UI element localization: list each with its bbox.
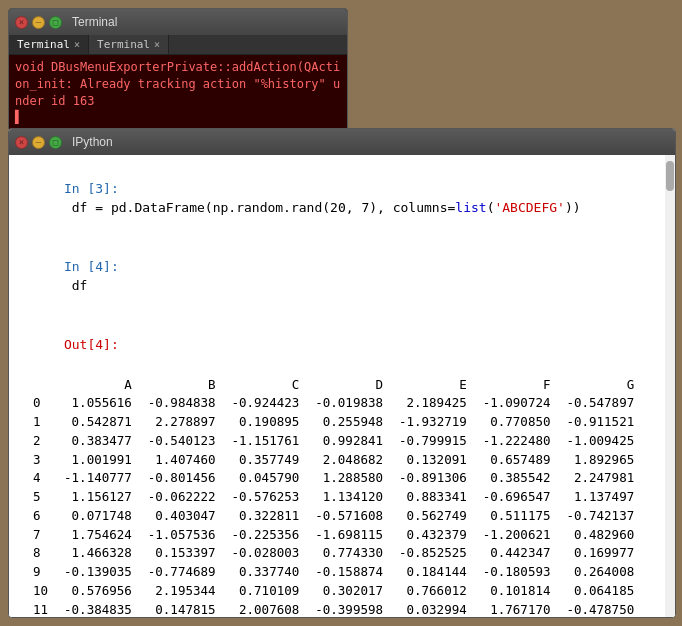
row-cell: 0.766012 xyxy=(391,582,475,601)
row-cell: -0.225356 xyxy=(224,526,308,545)
col-header-B: B xyxy=(140,376,224,395)
table-row: 81.4663280.153397-0.0280030.774330-0.852… xyxy=(25,544,642,563)
row-cell: -0.742137 xyxy=(558,507,642,526)
row-cell: 1.767170 xyxy=(475,601,559,618)
table-header-row: A B C D E F G xyxy=(25,376,642,395)
table-row: 31.0019911.4074600.3577492.0486820.13209… xyxy=(25,451,642,470)
ipython-content[interactable]: In [3]: df = pd.DataFrame(np.random.rand… xyxy=(9,155,675,617)
row-cell: 0.383477 xyxy=(56,432,140,451)
row-cell: 0.883341 xyxy=(391,488,475,507)
terminal-bg-window: × – □ Terminal Terminal × Terminal × voi… xyxy=(8,8,348,131)
table-row: 51.156127-0.062222-0.5762531.1341200.883… xyxy=(25,488,642,507)
terminal-tab-2[interactable]: Terminal × xyxy=(89,35,169,54)
cell-3-code: df = pd.DataFrame(np.random.rand(20, 7),… xyxy=(64,200,581,215)
row-cell: -0.062222 xyxy=(140,488,224,507)
row-cell: 0.169977 xyxy=(558,544,642,563)
terminal-line-1: void DBusMenuExporterPrivate::addAction(… xyxy=(15,59,341,76)
row-cell: -0.774689 xyxy=(140,563,224,582)
row-cell: -0.540123 xyxy=(140,432,224,451)
col-header-A: A xyxy=(56,376,140,395)
row-index: 3 xyxy=(25,451,56,470)
terminal-bg-max-btn[interactable]: □ xyxy=(49,16,62,29)
row-cell: 0.264008 xyxy=(558,563,642,582)
row-cell: 1.754624 xyxy=(56,526,140,545)
row-cell: 1.137497 xyxy=(558,488,642,507)
col-header-C: C xyxy=(224,376,308,395)
col-header-D: D xyxy=(307,376,391,395)
row-index: 6 xyxy=(25,507,56,526)
terminal-tab-1-label: Terminal xyxy=(17,38,70,51)
out-4-prompt: Out[4]: xyxy=(64,337,119,352)
row-index: 0 xyxy=(25,394,56,413)
ipython-min-btn[interactable]: – xyxy=(32,136,45,149)
col-header-E: E xyxy=(391,376,475,395)
row-cell: 2.007608 xyxy=(224,601,308,618)
row-cell: -1.009425 xyxy=(558,432,642,451)
terminal-bg-tab-bar: Terminal × Terminal × xyxy=(9,35,347,55)
row-cell: 0.302017 xyxy=(307,582,391,601)
table-row: 11-0.3848350.1478152.007608-0.3995980.03… xyxy=(25,601,642,618)
terminal-tab-1-close[interactable]: × xyxy=(74,39,80,50)
row-cell: 0.403047 xyxy=(140,507,224,526)
col-header-idx xyxy=(25,376,56,395)
row-cell: -0.924423 xyxy=(224,394,308,413)
row-cell: -0.571608 xyxy=(307,507,391,526)
row-cell: 0.032994 xyxy=(391,601,475,618)
ipython-close-btn[interactable]: × xyxy=(15,136,28,149)
row-cell: -0.984838 xyxy=(140,394,224,413)
row-cell: 0.562749 xyxy=(391,507,475,526)
row-cell: -0.158874 xyxy=(307,563,391,582)
row-cell: 0.770850 xyxy=(475,413,559,432)
row-cell: 0.147815 xyxy=(140,601,224,618)
row-index: 5 xyxy=(25,488,56,507)
terminal-tab-1[interactable]: Terminal × xyxy=(9,35,89,54)
row-cell: -0.891306 xyxy=(391,469,475,488)
row-cell: 1.892965 xyxy=(558,451,642,470)
terminal-tab-2-close[interactable]: × xyxy=(154,39,160,50)
row-cell: 0.657489 xyxy=(475,451,559,470)
terminal-bg-content: void DBusMenuExporterPrivate::addAction(… xyxy=(9,55,347,130)
row-cell: 0.992841 xyxy=(307,432,391,451)
table-row: 10.5428712.2788970.1908950.255948-1.9327… xyxy=(25,413,642,432)
terminal-bg-titlebar: × – □ Terminal xyxy=(9,9,347,35)
row-cell: 0.442347 xyxy=(475,544,559,563)
row-cell: -0.799915 xyxy=(391,432,475,451)
table-row: 20.383477-0.540123-1.1517610.992841-0.79… xyxy=(25,432,642,451)
terminal-tab-2-label: Terminal xyxy=(97,38,150,51)
terminal-line-2: on_init: Already tracking action "%histo… xyxy=(15,76,341,93)
terminal-bg-close-btn[interactable]: × xyxy=(15,16,28,29)
row-index: 4 xyxy=(25,469,56,488)
row-cell: -0.576253 xyxy=(224,488,308,507)
scrollbar-thumb[interactable] xyxy=(666,161,674,191)
cell-4-input: In [4]: df xyxy=(17,237,667,315)
terminal-bg-min-btn[interactable]: – xyxy=(32,16,45,29)
row-cell: 0.511175 xyxy=(475,507,559,526)
dataframe-table: A B C D E F G 01.055616-0.984838-0.92442… xyxy=(25,376,642,618)
scrollbar-track[interactable] xyxy=(665,155,675,617)
row-cell: -1.140777 xyxy=(56,469,140,488)
cell-4-code: df xyxy=(64,278,87,293)
row-cell: 1.156127 xyxy=(56,488,140,507)
out-4-label: Out[4]: xyxy=(17,315,667,374)
ipython-titlebar: × – □ IPython xyxy=(9,129,675,155)
row-index: 9 xyxy=(25,563,56,582)
cell-3-prompt: In [3]: xyxy=(64,181,119,196)
row-cell: -1.057536 xyxy=(140,526,224,545)
terminal-line-3: nder id 163 xyxy=(15,93,341,110)
row-cell: -0.399598 xyxy=(307,601,391,618)
row-cell: -0.139035 xyxy=(56,563,140,582)
row-cell: 0.774330 xyxy=(307,544,391,563)
ipython-max-btn[interactable]: □ xyxy=(49,136,62,149)
row-cell: 0.337740 xyxy=(224,563,308,582)
table-row: 9-0.139035-0.7746890.337740-0.1588740.18… xyxy=(25,563,642,582)
row-cell: 0.576956 xyxy=(56,582,140,601)
row-index: 1 xyxy=(25,413,56,432)
table-row: 60.0717480.4030470.322811-0.5716080.5627… xyxy=(25,507,642,526)
row-cell: 0.710109 xyxy=(224,582,308,601)
row-cell: -0.384835 xyxy=(56,601,140,618)
col-header-F: F xyxy=(475,376,559,395)
row-cell: 0.385542 xyxy=(475,469,559,488)
row-cell: 0.357749 xyxy=(224,451,308,470)
row-cell: 0.132091 xyxy=(391,451,475,470)
row-cell: 0.255948 xyxy=(307,413,391,432)
